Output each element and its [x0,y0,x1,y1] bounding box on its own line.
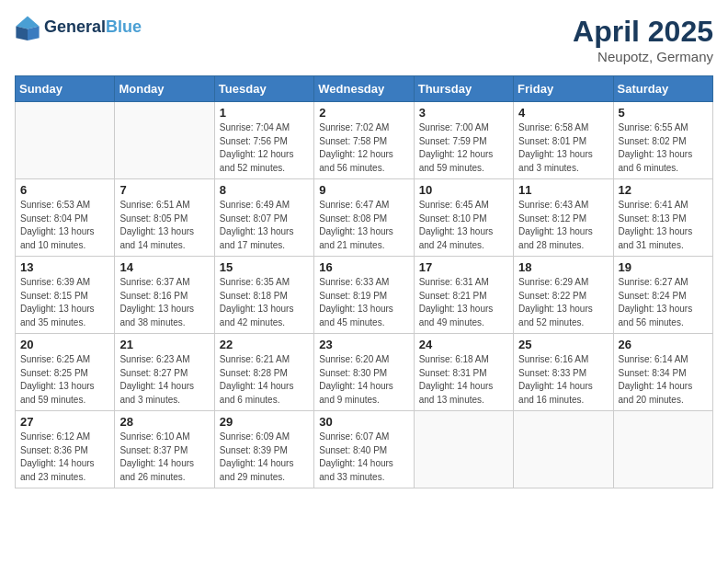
day-number: 17 [419,260,508,274]
weekday-header-saturday: Saturday [613,76,712,102]
page-header: GeneralBlue April 2025 Neupotz, Germany [15,15,713,64]
weekday-header-thursday: Thursday [414,76,513,102]
calendar-cell [414,411,513,488]
calendar-title: April 2025 [573,15,713,49]
day-number: 15 [220,260,309,274]
calendar-location: Neupotz, Germany [573,49,713,64]
day-info: Sunrise: 6:18 AM Sunset: 8:31 PM Dayligh… [419,353,508,407]
day-info: Sunrise: 6:21 AM Sunset: 8:28 PM Dayligh… [220,353,309,407]
day-info: Sunrise: 7:00 AM Sunset: 7:59 PM Dayligh… [419,121,508,175]
calendar-week-row: 1Sunrise: 7:04 AM Sunset: 7:56 PM Daylig… [16,102,713,179]
svg-marker-0 [16,16,39,29]
day-info: Sunrise: 6:29 AM Sunset: 8:22 PM Dayligh… [518,276,608,329]
day-info: Sunrise: 6:58 AM Sunset: 8:01 PM Dayligh… [518,121,608,175]
calendar-cell: 7Sunrise: 6:51 AM Sunset: 8:05 PM Daylig… [115,179,214,257]
day-number: 26 [619,338,708,351]
day-info: Sunrise: 6:55 AM Sunset: 8:02 PM Dayligh… [619,121,708,175]
calendar-cell: 30Sunrise: 6:07 AM Sunset: 8:40 PM Dayli… [314,411,414,488]
calendar-cell: 19Sunrise: 6:27 AM Sunset: 8:24 PM Dayli… [613,257,712,334]
logo: GeneralBlue [15,15,142,40]
day-number: 4 [518,106,608,120]
day-number: 13 [20,260,109,274]
day-info: Sunrise: 6:35 AM Sunset: 8:18 PM Dayligh… [220,276,309,329]
day-number: 23 [319,338,408,351]
weekday-header-row: SundayMondayTuesdayWednesdayThursdayFrid… [16,76,713,102]
weekday-header-sunday: Sunday [16,76,115,102]
calendar-week-row: 20Sunrise: 6:25 AM Sunset: 8:25 PM Dayli… [16,334,713,411]
day-info: Sunrise: 6:49 AM Sunset: 8:07 PM Dayligh… [220,199,309,252]
logo-icon [15,15,40,40]
day-info: Sunrise: 6:33 AM Sunset: 8:19 PM Dayligh… [319,276,408,329]
day-number: 29 [220,415,309,429]
calendar-week-row: 6Sunrise: 6:53 AM Sunset: 8:04 PM Daylig… [16,179,713,257]
day-info: Sunrise: 6:53 AM Sunset: 8:04 PM Dayligh… [20,199,109,252]
calendar-cell: 12Sunrise: 6:41 AM Sunset: 8:13 PM Dayli… [613,179,712,257]
day-number: 11 [518,183,608,197]
day-number: 19 [619,260,708,274]
calendar-cell: 23Sunrise: 6:20 AM Sunset: 8:30 PM Dayli… [314,334,414,411]
day-number: 6 [20,183,109,197]
day-number: 2 [319,106,408,120]
day-info: Sunrise: 7:02 AM Sunset: 7:58 PM Dayligh… [319,121,408,175]
day-info: Sunrise: 6:16 AM Sunset: 8:33 PM Dayligh… [518,353,608,407]
day-number: 8 [220,183,309,197]
day-number: 18 [518,260,608,274]
weekday-header-tuesday: Tuesday [214,76,313,102]
calendar-cell [514,411,613,488]
calendar-cell: 2Sunrise: 7:02 AM Sunset: 7:58 PM Daylig… [314,102,414,179]
day-info: Sunrise: 6:10 AM Sunset: 8:37 PM Dayligh… [119,431,209,484]
day-number: 27 [20,415,109,429]
calendar-cell [613,411,712,488]
day-info: Sunrise: 6:45 AM Sunset: 8:10 PM Dayligh… [419,199,508,252]
calendar-cell: 20Sunrise: 6:25 AM Sunset: 8:25 PM Dayli… [16,334,115,411]
calendar-cell: 1Sunrise: 7:04 AM Sunset: 7:56 PM Daylig… [214,102,313,179]
day-info: Sunrise: 6:14 AM Sunset: 8:34 PM Dayligh… [619,353,708,407]
calendar-cell: 4Sunrise: 6:58 AM Sunset: 8:01 PM Daylig… [514,102,613,179]
day-info: Sunrise: 6:07 AM Sunset: 8:40 PM Dayligh… [319,431,408,484]
title-block: April 2025 Neupotz, Germany [573,15,713,64]
weekday-header-monday: Monday [115,76,214,102]
calendar-cell: 17Sunrise: 6:31 AM Sunset: 8:21 PM Dayli… [414,257,513,334]
calendar-cell: 16Sunrise: 6:33 AM Sunset: 8:19 PM Dayli… [314,257,414,334]
day-number: 5 [619,106,708,120]
calendar-cell: 9Sunrise: 6:47 AM Sunset: 8:08 PM Daylig… [314,179,414,257]
calendar-cell: 21Sunrise: 6:23 AM Sunset: 8:27 PM Dayli… [115,334,214,411]
day-number: 20 [20,338,109,351]
day-number: 16 [319,260,408,274]
day-info: Sunrise: 6:27 AM Sunset: 8:24 PM Dayligh… [619,276,708,329]
calendar-cell: 15Sunrise: 6:35 AM Sunset: 8:18 PM Dayli… [214,257,313,334]
day-number: 22 [220,338,309,351]
day-number: 14 [119,260,209,274]
day-info: Sunrise: 6:47 AM Sunset: 8:08 PM Dayligh… [319,199,408,252]
day-number: 21 [119,338,209,351]
day-info: Sunrise: 6:41 AM Sunset: 8:13 PM Dayligh… [619,199,708,252]
calendar-cell: 14Sunrise: 6:37 AM Sunset: 8:16 PM Dayli… [115,257,214,334]
day-info: Sunrise: 7:04 AM Sunset: 7:56 PM Dayligh… [220,121,309,175]
calendar-cell: 28Sunrise: 6:10 AM Sunset: 8:37 PM Dayli… [115,411,214,488]
calendar-table: SundayMondayTuesdayWednesdayThursdayFrid… [15,75,713,488]
weekday-header-friday: Friday [514,76,613,102]
calendar-cell [16,102,115,179]
day-number: 24 [419,338,508,351]
day-info: Sunrise: 6:20 AM Sunset: 8:30 PM Dayligh… [319,353,408,407]
calendar-cell: 5Sunrise: 6:55 AM Sunset: 8:02 PM Daylig… [613,102,712,179]
calendar-cell: 6Sunrise: 6:53 AM Sunset: 8:04 PM Daylig… [16,179,115,257]
calendar-week-row: 27Sunrise: 6:12 AM Sunset: 8:36 PM Dayli… [16,411,713,488]
calendar-cell: 27Sunrise: 6:12 AM Sunset: 8:36 PM Dayli… [16,411,115,488]
calendar-cell: 25Sunrise: 6:16 AM Sunset: 8:33 PM Dayli… [514,334,613,411]
day-number: 30 [319,415,408,429]
day-info: Sunrise: 6:23 AM Sunset: 8:27 PM Dayligh… [119,353,209,407]
calendar-cell: 3Sunrise: 7:00 AM Sunset: 7:59 PM Daylig… [414,102,513,179]
day-number: 28 [119,415,209,429]
day-info: Sunrise: 6:51 AM Sunset: 8:05 PM Dayligh… [119,199,209,252]
calendar-cell: 10Sunrise: 6:45 AM Sunset: 8:10 PM Dayli… [414,179,513,257]
calendar-cell: 13Sunrise: 6:39 AM Sunset: 8:15 PM Dayli… [16,257,115,334]
calendar-cell: 22Sunrise: 6:21 AM Sunset: 8:28 PM Dayli… [214,334,313,411]
day-number: 7 [119,183,209,197]
day-number: 1 [220,106,309,120]
logo-text: GeneralBlue [44,18,142,37]
weekday-header-wednesday: Wednesday [314,76,414,102]
calendar-cell: 11Sunrise: 6:43 AM Sunset: 8:12 PM Dayli… [514,179,613,257]
calendar-cell: 26Sunrise: 6:14 AM Sunset: 8:34 PM Dayli… [613,334,712,411]
day-number: 25 [518,338,608,351]
